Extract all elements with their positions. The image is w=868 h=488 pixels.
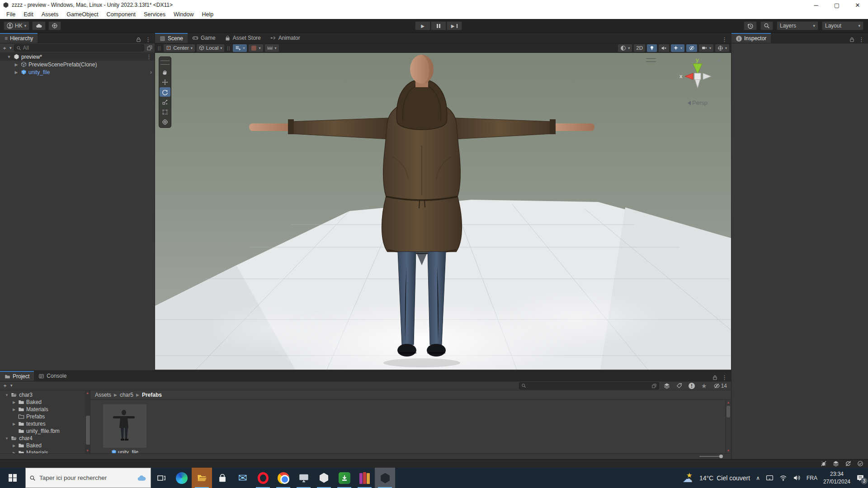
- taskbar-screen-app[interactable]: [293, 468, 314, 488]
- tree-scrollbar[interactable]: ▲ ▼: [85, 390, 90, 453]
- search-everything-button[interactable]: [760, 21, 773, 30]
- asset-grid[interactable]: unity_file: [90, 400, 725, 453]
- menu-component[interactable]: Component: [103, 10, 139, 19]
- hierarchy-item[interactable]: ▶ unity_file ›: [0, 68, 155, 76]
- caret-expanded-icon[interactable]: ▼: [5, 436, 9, 441]
- tab-console[interactable]: Console: [34, 371, 71, 381]
- scene-viewport[interactable]: ———— ———— y x: [155, 53, 731, 371]
- close-button[interactable]: ✕: [847, 0, 868, 10]
- taskbar-search[interactable]: [25, 468, 151, 488]
- step-button[interactable]: ▶: [447, 21, 462, 30]
- asset-thumbnail[interactable]: [103, 404, 146, 448]
- hierarchy-item[interactable]: ▶ PreviewScenePrefab(Clone): [0, 61, 155, 68]
- create-plus-button[interactable]: ＋: [2, 382, 8, 389]
- content-scrollbar[interactable]: ▲ ▼: [725, 400, 731, 453]
- kebab-menu-icon[interactable]: ⋮: [722, 36, 727, 43]
- search-in-window-icon[interactable]: [651, 383, 657, 389]
- lock-icon[interactable]: [849, 37, 855, 42]
- transform-tool-button[interactable]: [160, 117, 170, 127]
- device-tray-icon[interactable]: [766, 474, 774, 482]
- shading-mode-dropdown[interactable]: ▾: [618, 44, 632, 52]
- caret-expanded-icon[interactable]: ▼: [6, 55, 12, 59]
- kebab-menu-icon[interactable]: ⋮: [722, 374, 727, 381]
- menu-file[interactable]: File: [3, 10, 19, 19]
- language-indicator[interactable]: FRA: [807, 475, 817, 481]
- menu-assets[interactable]: Assets: [38, 10, 62, 19]
- taskbar-chrome[interactable]: [273, 468, 293, 488]
- axis-gizmo-render[interactable]: y x: [676, 56, 719, 97]
- snap-increment-dropdown[interactable]: ▾: [265, 44, 279, 52]
- asset-item[interactable]: unity_file: [101, 404, 148, 455]
- clock[interactable]: 23:34 27/01/2024: [823, 470, 850, 485]
- gizmos-dropdown[interactable]: ▾: [715, 44, 729, 52]
- task-view-button[interactable]: [151, 468, 171, 488]
- hidden-packages-count[interactable]: 14: [712, 383, 729, 389]
- minimize-button[interactable]: ─: [806, 0, 826, 10]
- tree-item[interactable]: ▶Baked: [0, 399, 90, 406]
- tab-hierarchy[interactable]: ≡ Hierarchy: [0, 33, 38, 43]
- drag-handle-icon[interactable]: ||: [158, 46, 161, 51]
- taskbar-edge[interactable]: [171, 468, 192, 488]
- taskbar-file-explorer[interactable]: [192, 468, 212, 488]
- tree-item[interactable]: ▶textures: [0, 420, 90, 427]
- prefab-open-chevron-icon[interactable]: ›: [150, 69, 152, 75]
- account-dropdown[interactable]: HK ▾: [4, 21, 29, 30]
- rotate-tool-button[interactable]: [160, 87, 170, 97]
- tab-game[interactable]: Game: [188, 33, 220, 43]
- grid-snapping-toggle[interactable]: ▾: [233, 44, 247, 52]
- taskbar-winrar[interactable]: [354, 468, 375, 488]
- caret-collapsed-icon[interactable]: ▶: [12, 422, 16, 426]
- hierarchy-scene-row[interactable]: ▼ preview* ⋮: [0, 53, 155, 61]
- kebab-menu-icon[interactable]: ⋮: [146, 53, 152, 60]
- wifi-icon[interactable]: [779, 474, 787, 482]
- caret-collapsed-icon[interactable]: ▶: [14, 70, 19, 75]
- tray-expand-chevron-icon[interactable]: ∧: [756, 475, 760, 481]
- play-button[interactable]: ▶: [415, 21, 430, 30]
- layers-dropdown[interactable]: Layers ▾: [777, 21, 818, 30]
- tree-item[interactable]: ▶Materials: [0, 449, 90, 453]
- projection-label[interactable]: Persp: [692, 99, 708, 106]
- log-warning-button[interactable]: !: [687, 383, 697, 389]
- tab-inspector[interactable]: i Inspector: [731, 33, 771, 43]
- cloud-services-button[interactable]: [32, 21, 46, 30]
- volume-icon[interactable]: [793, 474, 801, 482]
- taskbar-idm[interactable]: [334, 468, 354, 488]
- breadcrumb-char5[interactable]: char5: [120, 392, 133, 398]
- hidden-objects-toggle[interactable]: [686, 44, 697, 52]
- collab-target-button[interactable]: [48, 21, 61, 30]
- tab-asset-store[interactable]: Asset Store: [220, 33, 265, 43]
- scroll-up-icon[interactable]: ▲: [726, 400, 731, 404]
- search-by-label-button[interactable]: [675, 383, 684, 389]
- tool-pivot-dropdown[interactable]: Center ▾: [164, 44, 195, 52]
- menu-edit[interactable]: Edit: [20, 10, 37, 19]
- taskbar-opera[interactable]: [253, 468, 273, 488]
- hierarchy-search-input[interactable]: [23, 45, 142, 51]
- move-tool-button[interactable]: [160, 77, 170, 87]
- camera-settings-dropdown[interactable]: ▾: [699, 44, 713, 52]
- scrollbar-thumb[interactable]: [726, 406, 730, 418]
- tab-animator[interactable]: Animator: [265, 33, 305, 43]
- scroll-down-icon[interactable]: ▼: [85, 449, 90, 453]
- pause-button[interactable]: [431, 21, 446, 30]
- cache-layers-icon[interactable]: [833, 460, 839, 467]
- tree-item[interactable]: ▼char3: [0, 391, 90, 399]
- scene-picker-icon[interactable]: [146, 45, 153, 51]
- grid-visibility-toggle[interactable]: ▾: [249, 44, 263, 52]
- rect-tool-button[interactable]: [160, 107, 170, 117]
- drag-handle-icon[interactable]: ————: [160, 58, 170, 67]
- scale-tool-button[interactable]: [160, 97, 170, 107]
- scroll-up-icon[interactable]: ▲: [85, 391, 90, 395]
- tool-orientation-dropdown[interactable]: Local ▾: [197, 44, 225, 52]
- notification-center-button[interactable]: 3: [856, 474, 864, 482]
- create-plus-button[interactable]: ＋: [2, 44, 7, 52]
- breadcrumb-assets[interactable]: Assets: [95, 392, 111, 398]
- tree-item[interactable]: unity_ffile.fbm: [0, 427, 90, 435]
- drag-handle-icon[interactable]: ||: [227, 46, 230, 51]
- menu-gameobject[interactable]: GameObject: [63, 10, 102, 19]
- start-button[interactable]: [0, 468, 25, 488]
- progress-check-icon[interactable]: [857, 460, 863, 467]
- scroll-down-icon[interactable]: ▼: [726, 449, 731, 453]
- layout-dropdown[interactable]: Layout ▾: [822, 21, 863, 30]
- tree-item[interactable]: Prefabs: [0, 413, 90, 420]
- lock-icon[interactable]: [712, 375, 718, 380]
